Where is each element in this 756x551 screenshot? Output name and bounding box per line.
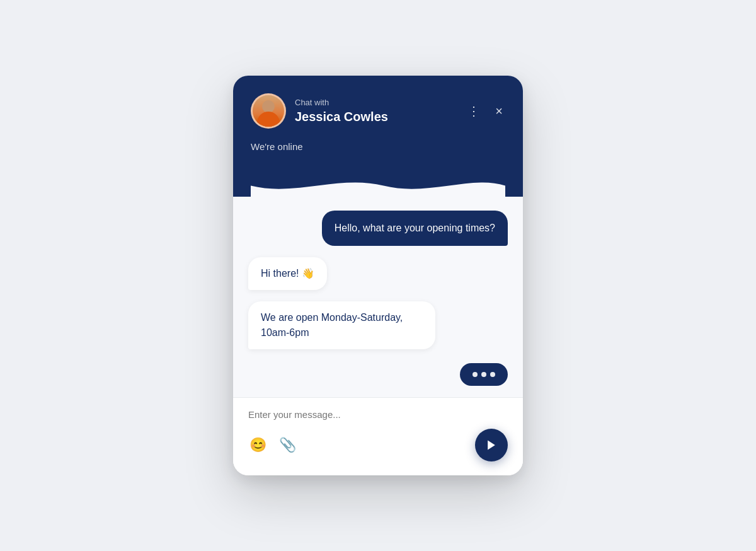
close-button[interactable]: ×: [493, 102, 505, 120]
header-actions: ⋮ ×: [465, 102, 505, 120]
send-button[interactable]: [475, 429, 508, 461]
agent-name: Jessica Cowles: [295, 108, 388, 125]
input-icons: 😊 📎: [248, 437, 297, 453]
chat-widget: Chat with Jessica Cowles ⋮ × We're onlin…: [233, 76, 523, 475]
typing-dot-3: [490, 372, 495, 377]
send-icon: [485, 439, 498, 451]
online-status: We're online: [251, 141, 505, 175]
more-options-button[interactable]: ⋮: [465, 102, 483, 120]
chat-header: Chat with Jessica Cowles ⋮ × We're onlin…: [233, 76, 523, 197]
chat-input-area: 😊 📎: [233, 397, 523, 475]
typing-indicator: [248, 363, 508, 386]
input-actions: 😊 📎: [248, 429, 508, 461]
typing-dot-1: [472, 372, 478, 377]
message-incoming-2: We are open Monday-Saturday, 10am-6pm: [248, 301, 508, 349]
message-input[interactable]: [248, 409, 508, 420]
bubble-incoming-2: We are open Monday-Saturday, 10am-6pm: [248, 301, 435, 349]
message-incoming-1: Hi there! 👋: [248, 257, 508, 290]
chat-with-label: Chat with: [295, 97, 388, 108]
attachment-button[interactable]: 📎: [278, 437, 297, 453]
bubble-outgoing-1: Hello, what are your opening times?: [322, 211, 508, 246]
header-left: Chat with Jessica Cowles: [251, 93, 388, 129]
bubble-incoming-1: Hi there! 👋: [248, 257, 327, 290]
attachment-icon: 📎: [279, 437, 296, 453]
message-outgoing-1: Hello, what are your opening times?: [248, 211, 508, 246]
wave-divider: [251, 175, 505, 197]
header-text: Chat with Jessica Cowles: [295, 97, 388, 125]
emoji-icon: 😊: [249, 437, 266, 453]
typing-bubble: [460, 363, 508, 386]
avatar-figure: [253, 95, 284, 127]
emoji-button[interactable]: 😊: [248, 437, 268, 453]
chat-header-top: Chat with Jessica Cowles ⋮ ×: [251, 93, 505, 129]
avatar: [251, 93, 286, 129]
typing-dot-2: [481, 372, 486, 377]
chat-body: Hello, what are your opening times? Hi t…: [233, 195, 523, 397]
